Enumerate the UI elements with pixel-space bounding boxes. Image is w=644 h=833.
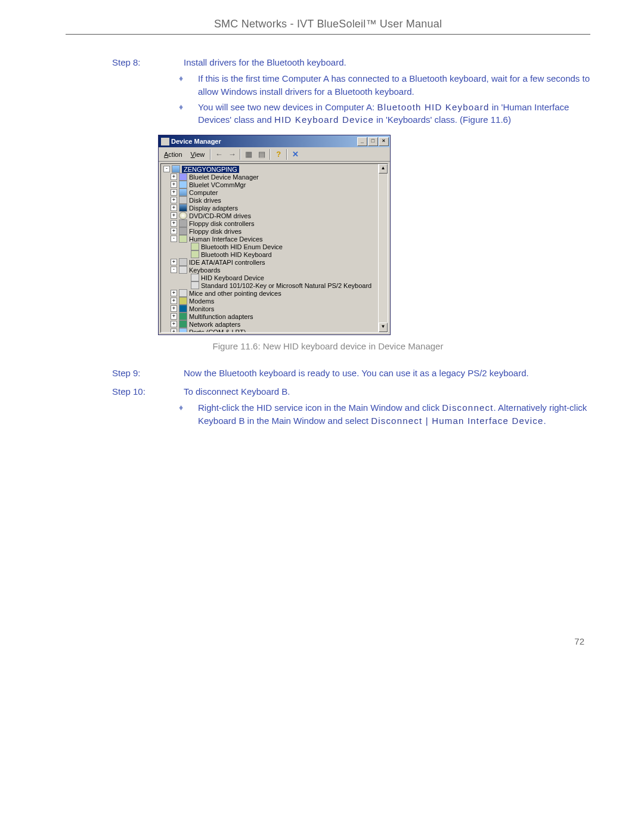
tree-node-label[interactable]: Floppy disk controllers (189, 220, 254, 227)
app-icon (161, 138, 169, 145)
tree-node[interactable]: HID Keyboard Device (162, 274, 388, 281)
minimize-button[interactable]: _ (357, 137, 367, 146)
expand-icon[interactable]: + (171, 220, 177, 227)
tree-node-label[interactable]: Multifunction adapters (189, 313, 253, 320)
expand-icon[interactable]: + (171, 174, 177, 180)
vertical-scrollbar[interactable]: ▲ ▼ (378, 164, 388, 332)
tree-node[interactable]: +Network adapters (162, 320, 388, 328)
step-9-title: Now the Bluetooth keyboard is ready to u… (178, 367, 590, 379)
toolbar-forward-icon[interactable]: → (226, 149, 238, 160)
scroll-up-icon[interactable]: ▲ (379, 164, 388, 174)
toolbar-help-icon[interactable]: ? (273, 149, 284, 160)
tree-node-label[interactable]: Modems (189, 298, 214, 305)
hid-icon (179, 235, 187, 243)
mgr-icon (179, 173, 187, 181)
menu-view[interactable]: View (187, 150, 209, 159)
expand-icon[interactable]: + (171, 313, 177, 320)
text-fragment: Right-click the HID service icon in the … (198, 402, 442, 413)
titlebar[interactable]: Device Manager _ □ × (159, 135, 390, 147)
tree-root[interactable]: - ZENGYONGPING (162, 165, 388, 173)
tree-node-label[interactable]: Mice and other pointing devices (189, 290, 281, 297)
tree-node[interactable]: -Keyboards (162, 266, 388, 274)
expand-icon[interactable]: + (171, 329, 177, 333)
tree-node-label[interactable]: Bluelet VCommMgr (189, 181, 246, 188)
net-icon (179, 320, 187, 328)
disk-icon (179, 196, 187, 204)
expand-icon[interactable]: + (171, 305, 177, 312)
expand-icon[interactable]: + (171, 197, 177, 203)
step-9: Step 9: Now the Bluetooth keyboard is re… (66, 367, 590, 379)
kbd-icon (179, 266, 187, 274)
maximize-button[interactable]: □ (368, 137, 378, 146)
tree-node-label[interactable]: IDE ATA/ATAPI controllers (189, 259, 265, 266)
step-8-label: Step 8: (66, 56, 178, 69)
tree-node[interactable]: +Computer (162, 188, 388, 196)
expand-icon[interactable]: + (171, 212, 177, 219)
tree-node-label[interactable]: Bluetooth HID Enum Device (201, 243, 283, 250)
tree-node-label[interactable]: Floppy disk drives (189, 228, 242, 235)
expand-icon[interactable]: + (171, 259, 177, 265)
step-10-bullets: ♦ Right-click the HID service icon in th… (66, 401, 590, 428)
tree-node-label[interactable]: Computer (189, 189, 218, 196)
step-10-title: To disconnect Keyboard B. (178, 385, 590, 398)
expand-icon[interactable]: + (171, 181, 177, 188)
tree-node[interactable]: +Floppy disk drives (162, 227, 388, 235)
tree-node[interactable]: Standard 101/102-Key or Microsoft Natura… (162, 281, 388, 289)
figure-caption: Figure 11.6: New HID keyboard device in … (66, 341, 590, 351)
tree-node-label[interactable]: Monitors (189, 305, 214, 312)
tree-node-label[interactable]: Network adapters (189, 321, 240, 328)
tree-node-label[interactable]: Display adapters (189, 205, 238, 212)
toolbar-back-icon[interactable]: ← (213, 149, 225, 160)
monitor-icon (179, 305, 187, 312)
figure-11-6: Device Manager _ □ × Action View ← → ▦ ▤… (158, 135, 590, 335)
tree-node[interactable]: +Floppy disk controllers (162, 219, 388, 227)
expand-icon[interactable]: + (171, 189, 177, 196)
tree-node-label[interactable]: DVD/CD-ROM drives (189, 212, 251, 219)
tree-node-label[interactable]: Human Interface Devices (189, 236, 263, 243)
collapse-icon[interactable]: - (163, 166, 170, 172)
toolbar-refresh-icon[interactable]: ▤ (256, 149, 268, 160)
collapse-icon[interactable]: - (171, 236, 177, 242)
expand-icon[interactable]: + (171, 290, 177, 296)
expand-icon[interactable]: + (171, 298, 177, 304)
floppy-icon (179, 219, 187, 227)
tree-node[interactable]: Bluetooth HID Keyboard (162, 250, 388, 258)
kbd-icon (191, 281, 199, 289)
tree-node-label[interactable]: Bluelet Device Manager (189, 174, 259, 181)
collapse-icon[interactable]: - (171, 267, 177, 273)
toolbar-properties-icon[interactable]: ▦ (243, 149, 255, 160)
tree-node[interactable]: +Multifunction adapters (162, 312, 388, 320)
tree-node[interactable]: +Monitors (162, 305, 388, 312)
tree-node-label[interactable]: Ports (COM & LPT) (189, 329, 246, 333)
floppy-icon (179, 227, 187, 235)
menu-action[interactable]: Action (160, 150, 187, 159)
tree-node-label[interactable]: HID Keyboard Device (201, 274, 264, 281)
expand-icon[interactable]: + (171, 205, 177, 211)
tree-node[interactable]: +Bluelet VCommMgr (162, 181, 388, 188)
tree-node[interactable]: +Display adapters (162, 204, 388, 212)
tree-node[interactable]: +Mice and other pointing devices (162, 289, 388, 297)
toolbar-remove-icon[interactable]: ✕ (289, 149, 301, 160)
expand-icon[interactable]: + (171, 321, 177, 327)
diamond-icon: ♦ (66, 72, 194, 98)
hid-icon (191, 250, 199, 258)
tree-node[interactable]: +Bluelet Device Manager (162, 173, 388, 181)
tree-node[interactable]: +Modems (162, 297, 388, 305)
tree-node-label[interactable]: Disk drives (189, 197, 221, 204)
root-label[interactable]: ZENGYONGPING (182, 166, 239, 173)
tree-node[interactable]: +Disk drives (162, 196, 388, 204)
tree-node[interactable]: +Ports (COM & LPT) (162, 328, 388, 333)
device-tree[interactable]: - ZENGYONGPING +Bluelet Device Manager+B… (160, 163, 388, 333)
tree-node-label[interactable]: Bluetooth HID Keyboard (201, 251, 272, 258)
header-rule (66, 34, 590, 35)
expand-icon[interactable]: + (171, 228, 177, 234)
close-button[interactable]: × (379, 137, 389, 146)
cd-icon (179, 212, 187, 219)
tree-node[interactable]: +DVD/CD-ROM drives (162, 212, 388, 219)
tree-node[interactable]: -Human Interface Devices (162, 235, 388, 243)
tree-node-label[interactable]: Standard 101/102-Key or Microsoft Natura… (201, 282, 371, 289)
tree-node[interactable]: +IDE ATA/ATAPI controllers (162, 258, 388, 266)
tree-node[interactable]: Bluetooth HID Enum Device (162, 243, 388, 250)
tree-node-label[interactable]: Keyboards (189, 267, 221, 274)
scroll-down-icon[interactable]: ▼ (379, 323, 388, 332)
